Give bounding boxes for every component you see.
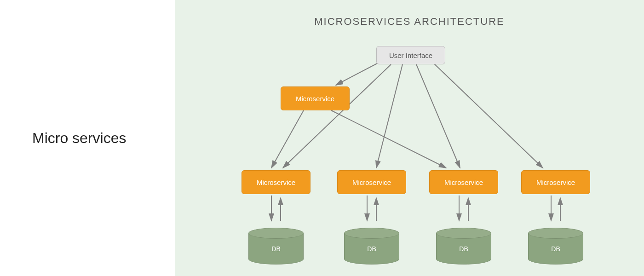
db-node-1: DB — [344, 228, 399, 264]
user-interface-node: User Interface — [376, 46, 445, 64]
microservice-label-0: Microservice — [257, 178, 295, 186]
page-title: Micro services — [32, 130, 126, 147]
db-label-2: DB — [436, 245, 491, 253]
svg-line-2 — [376, 64, 402, 168]
microservice-top-node: Microservice — [281, 86, 350, 110]
db-node-2: DB — [436, 228, 491, 264]
db-label-1: DB — [344, 245, 399, 253]
svg-line-3 — [416, 64, 460, 168]
svg-line-5 — [271, 110, 304, 168]
microservice-node-3: Microservice — [521, 170, 590, 194]
user-interface-label: User Interface — [389, 52, 432, 59]
svg-line-4 — [432, 62, 543, 168]
left-panel: Micro services — [0, 0, 175, 276]
microservice-node-1: Microservice — [337, 170, 406, 194]
db-label-3: DB — [528, 245, 583, 253]
microservice-node-0: Microservice — [242, 170, 310, 194]
microservice-label-2: Microservice — [444, 178, 483, 186]
microservice-node-2: Microservice — [429, 170, 498, 194]
microservice-label-1: Microservice — [352, 178, 391, 186]
microservice-top-label: Microservice — [296, 95, 334, 103]
svg-line-1 — [283, 64, 391, 168]
db-node-3: DB — [528, 228, 583, 264]
db-label-0: DB — [248, 245, 304, 253]
db-node-0: DB — [248, 228, 304, 264]
diagram-panel: MICROSERVICES ARCHITECTURE — [175, 0, 644, 276]
microservice-label-3: Microservice — [536, 178, 575, 186]
